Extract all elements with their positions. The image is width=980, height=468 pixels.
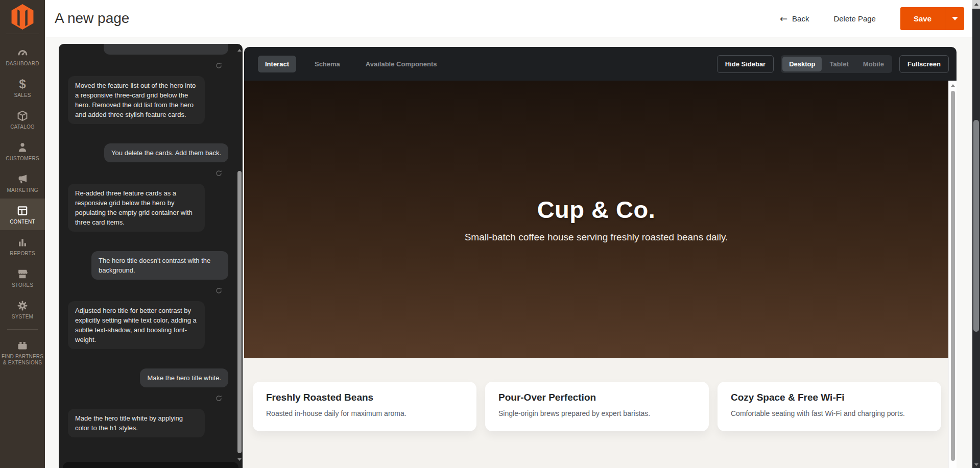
chat-input-bar[interactable] bbox=[63, 462, 238, 468]
sidebar-item-label: DASHBOARD bbox=[5, 61, 40, 67]
preview-scrollbar-thumb[interactable] bbox=[951, 91, 955, 461]
sidebar-item-content[interactable]: CONTENT bbox=[0, 199, 45, 230]
sidebar-divider bbox=[7, 329, 38, 330]
regenerate-row bbox=[68, 169, 228, 177]
sidebar-item-marketing[interactable]: MARKETING bbox=[0, 167, 45, 199]
browser-scrollbar bbox=[972, 0, 980, 468]
regenerate-row bbox=[68, 287, 228, 294]
scroll-up-arrow-icon[interactable] bbox=[237, 49, 242, 52]
sidebar-item-label: FIND PARTNERS & EXTENSIONS bbox=[0, 354, 45, 366]
magento-admin-screen: DASHBOARD$SALESCATALOGCUSTOMERSMARKETING… bbox=[0, 0, 980, 468]
preview-scrollbar bbox=[948, 81, 957, 468]
back-arrow-icon: ← bbox=[780, 13, 787, 24]
card-body: Comfortable seating with fast Wi-Fi and … bbox=[731, 409, 928, 417]
scroll-down-arrow-icon[interactable] bbox=[974, 463, 978, 466]
device-switcher: DesktopTabletMobile bbox=[781, 55, 892, 73]
tab-interact[interactable]: Interact bbox=[258, 56, 296, 72]
assistant-chat-panel: Moved the feature list out of the hero i… bbox=[59, 44, 243, 468]
sidebar-item-label: CATALOG bbox=[9, 124, 36, 130]
sidebar-item-system[interactable]: SYSTEM bbox=[0, 293, 45, 325]
magento-logo-icon bbox=[11, 4, 34, 30]
sidebar-item-sales[interactable]: $SALES bbox=[0, 72, 45, 104]
regenerate-button[interactable] bbox=[216, 62, 222, 69]
refresh-icon bbox=[216, 170, 222, 178]
chat-message-user: The hero title doesn't contrast with the… bbox=[91, 251, 228, 280]
scroll-up-button[interactable] bbox=[972, 0, 980, 9]
chat-scrollbar bbox=[237, 44, 242, 468]
card-body: Single-origin brews prepared by expert b… bbox=[498, 409, 696, 417]
sidebar-item-customers[interactable]: CUSTOMERS bbox=[0, 135, 45, 167]
chat-message-assistant: Moved the feature list out of the hero i… bbox=[68, 76, 205, 124]
sidebar-item-label: CONTENT bbox=[9, 219, 36, 225]
hero-subtitle: Small-batch coffee house serving freshly… bbox=[465, 232, 728, 243]
regenerate-button[interactable] bbox=[216, 169, 222, 177]
refresh-icon bbox=[216, 396, 222, 403]
hide-sidebar-button[interactable]: Hide Sidebar bbox=[717, 55, 774, 73]
chat-message-assistant: Made the hero title white by applying co… bbox=[68, 409, 205, 437]
sidebar-item-label: SALES bbox=[13, 92, 32, 98]
page-preview-panel: InteractSchemaAvailable Components Hide … bbox=[244, 47, 957, 468]
fullscreen-button[interactable]: Fullscreen bbox=[899, 55, 949, 73]
refresh-icon bbox=[216, 63, 222, 70]
sidebar-item-label: REPORTS bbox=[9, 251, 36, 257]
browser-scrollbar-thumb[interactable] bbox=[973, 120, 979, 332]
magento-logo[interactable] bbox=[0, 0, 45, 31]
tab-schema[interactable]: Schema bbox=[307, 56, 347, 72]
sidebar-item-catalog[interactable]: CATALOG bbox=[0, 104, 45, 135]
regenerate-button[interactable] bbox=[216, 395, 222, 402]
feature-card: Pour-Over PerfectionSingle-origin brews … bbox=[485, 382, 709, 431]
regenerate-button[interactable] bbox=[216, 287, 222, 294]
brick-icon bbox=[16, 339, 29, 352]
back-button[interactable]: ← Back bbox=[780, 13, 809, 24]
scroll-down-arrow-icon[interactable] bbox=[237, 458, 242, 461]
chat-message-assistant: Re-added three feature cards as a respon… bbox=[68, 184, 205, 232]
save-dropdown-toggle[interactable] bbox=[945, 7, 964, 30]
preview-toolbar: InteractSchemaAvailable Components Hide … bbox=[244, 47, 957, 81]
gear-icon bbox=[16, 299, 29, 312]
scroll-up-arrow-icon[interactable] bbox=[951, 84, 955, 87]
hero-section: Cup & Co. Small-batch coffee house servi… bbox=[244, 81, 948, 358]
sidebar-item-label: MARKETING bbox=[6, 187, 39, 193]
bar-chart-icon bbox=[16, 236, 29, 249]
layout-icon bbox=[16, 204, 29, 217]
save-button[interactable]: Save bbox=[900, 7, 945, 30]
admin-sidebar: DASHBOARD$SALESCATALOGCUSTOMERSMARKETING… bbox=[0, 0, 45, 468]
device-tab-tablet[interactable]: Tablet bbox=[823, 57, 855, 71]
storefront-icon bbox=[16, 267, 29, 281]
regenerate-row bbox=[68, 395, 228, 402]
sidebar-item-find-partners[interactable]: FIND PARTNERS & EXTENSIONS bbox=[0, 334, 45, 371]
chat-message-user: You delete the cards. Add them back. bbox=[104, 143, 228, 162]
feature-card-grid: Freshly Roasted BeansRoasted in-house da… bbox=[244, 358, 948, 468]
sidebar-item-reports[interactable]: REPORTS bbox=[0, 230, 45, 262]
save-button-group: Save bbox=[900, 7, 964, 30]
person-icon bbox=[16, 141, 29, 154]
chat-scrollbar-thumb[interactable] bbox=[237, 171, 242, 453]
device-tab-desktop[interactable]: Desktop bbox=[782, 57, 822, 71]
card-title: Cozy Space & Free Wi-Fi bbox=[731, 392, 928, 403]
sidebar-item-label: CUSTOMERS bbox=[5, 156, 40, 162]
refresh-icon bbox=[216, 288, 222, 295]
caret-down-icon bbox=[952, 17, 958, 20]
preview-toolbar-right: Hide Sidebar DesktopTabletMobile Fullscr… bbox=[717, 55, 949, 73]
sidebar-item-label: SYSTEM bbox=[11, 314, 34, 320]
chat-message-assistant: Adjusted hero title for better contrast … bbox=[68, 301, 205, 349]
tab-available-components[interactable]: Available Components bbox=[358, 56, 444, 72]
sidebar-item-dashboard[interactable]: DASHBOARD bbox=[0, 40, 45, 72]
delete-page-button[interactable]: Delete Page bbox=[833, 14, 876, 23]
scroll-up-arrow-icon bbox=[974, 3, 978, 6]
page-header: A new page ← Back Delete Page Save bbox=[45, 0, 972, 37]
admin-nav: DASHBOARD$SALESCATALOGCUSTOMERSMARKETING… bbox=[0, 34, 45, 371]
card-title: Freshly Roasted Beans bbox=[266, 392, 463, 403]
chat-message-list: Moved the feature list out of the hero i… bbox=[59, 44, 237, 461]
box-icon bbox=[16, 109, 29, 122]
chat-message-user: Make the hero title white. bbox=[140, 368, 228, 387]
chat-message-user bbox=[104, 44, 228, 55]
card-body: Roasted in-house daily for maximum aroma… bbox=[266, 409, 463, 417]
regenerate-row bbox=[68, 62, 228, 69]
device-tab-mobile[interactable]: Mobile bbox=[856, 57, 891, 71]
preview-tabs: InteractSchemaAvailable Components bbox=[258, 56, 444, 72]
page-title: A new page bbox=[55, 10, 129, 27]
sidebar-item-stores[interactable]: STORES bbox=[0, 262, 45, 293]
feature-card: Freshly Roasted BeansRoasted in-house da… bbox=[253, 382, 476, 431]
preview-viewport: Cup & Co. Small-batch coffee house servi… bbox=[244, 81, 948, 468]
